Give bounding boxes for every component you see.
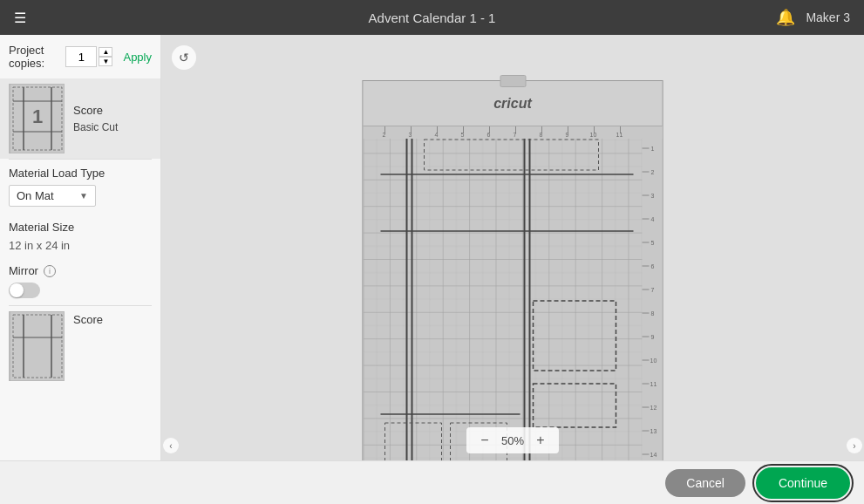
material-load-dropdown[interactable]: On Mat ▼ — [9, 185, 96, 207]
cricut-header: cricut — [364, 81, 663, 126]
svg-text:8: 8 — [651, 310, 655, 317]
svg-text:6: 6 — [651, 263, 655, 269]
copies-input[interactable] — [65, 46, 97, 67]
svg-rect-13 — [364, 126, 663, 460]
device-label: Maker 3 — [806, 10, 850, 24]
mat-list: 1 Score Basic Cut Material Load Type On … — [0, 75, 160, 460]
continue-button[interactable]: Continue — [756, 467, 850, 499]
mat-label-line2-1: Basic Cut — [73, 119, 118, 135]
project-copies-label: Project copies: — [9, 44, 58, 70]
mat-item-2[interactable]: Score — [0, 306, 160, 386]
svg-text:1: 1 — [32, 106, 43, 127]
mirror-label: Mirror — [9, 264, 38, 277]
svg-text:6: 6 — [487, 132, 491, 138]
svg-text:2: 2 — [651, 169, 655, 175]
svg-rect-7 — [10, 311, 64, 381]
left-panel: Project copies: ▲ ▼ Apply — [0, 35, 161, 460]
bell-icon[interactable]: 🔔 — [776, 8, 795, 27]
svg-text:13: 13 — [650, 428, 657, 434]
mat-label-line1-2: Score — [73, 311, 103, 329]
canvas-area: ↺ cricut — [161, 35, 864, 460]
project-copies-row: Project copies: ▲ ▼ Apply — [0, 35, 160, 75]
copies-down-arrow[interactable]: ▼ — [99, 57, 112, 66]
cancel-button[interactable]: Cancel — [665, 469, 745, 497]
mat-thumbnail-svg-1: 1 — [10, 84, 64, 153]
mat-item-1[interactable]: 1 Score Basic Cut — [0, 78, 160, 159]
material-load-section: Material Load Type On Mat ▼ — [0, 160, 160, 214]
svg-text:5: 5 — [651, 240, 655, 246]
app-header: ☰ Advent Calendar 1 - 1 🔔 Maker 3 — [0, 0, 864, 35]
svg-text:11: 11 — [650, 381, 657, 387]
svg-text:3: 3 — [651, 193, 655, 199]
scroll-left-button[interactable]: ‹ — [163, 438, 179, 453]
mat-thumbnail-1: 1 — [9, 84, 65, 153]
mirror-info-icon[interactable]: i — [44, 265, 56, 277]
footer: Cancel Continue — [0, 460, 864, 504]
apply-button[interactable]: Apply — [123, 51, 152, 64]
svg-text:10: 10 — [650, 358, 657, 364]
header-right: 🔔 Maker 3 — [776, 8, 850, 27]
material-size-section: Material Size 12 in x 24 in — [0, 214, 160, 259]
svg-text:9: 9 — [651, 334, 655, 340]
mat-info-2: Score — [73, 311, 103, 329]
mirror-toggle[interactable] — [9, 283, 40, 298]
mat-grip — [500, 75, 526, 87]
grid-svg: 1 2 3 4 5 6 7 8 9 — [364, 126, 663, 460]
svg-text:11: 11 — [616, 132, 623, 138]
svg-text:7: 7 — [651, 287, 655, 293]
material-size-value: 12 in x 24 in — [9, 239, 152, 252]
mat-thumbnail-2 — [9, 311, 65, 381]
copies-input-wrapper: ▲ ▼ — [65, 46, 112, 67]
svg-text:4: 4 — [435, 132, 439, 138]
svg-text:4: 4 — [651, 216, 655, 222]
mat-canvas: cricut — [363, 80, 663, 460]
dropdown-arrow-icon: ▼ — [79, 191, 88, 201]
copies-up-arrow[interactable]: ▲ — [99, 47, 112, 57]
svg-text:10: 10 — [590, 132, 597, 138]
material-size-label: Material Size — [9, 221, 152, 234]
copies-arrows: ▲ ▼ — [99, 47, 112, 66]
zoom-label: 50% — [501, 434, 524, 447]
svg-text:5: 5 — [461, 132, 465, 138]
header-title: Advent Calendar 1 - 1 — [369, 10, 496, 25]
mat-thumbnail-svg-2 — [10, 311, 64, 381]
zoom-in-button[interactable]: + — [531, 431, 550, 450]
scroll-right-button[interactable]: › — [847, 438, 862, 453]
svg-text:9: 9 — [566, 132, 569, 138]
cricut-logo: cricut — [493, 96, 532, 112]
material-load-label: Material Load Type — [9, 167, 152, 180]
zoom-out-button[interactable]: − — [475, 431, 494, 450]
mat-label-line1-1: Score — [73, 102, 118, 119]
menu-icon[interactable]: ☰ — [14, 10, 26, 26]
svg-text:12: 12 — [650, 405, 657, 411]
svg-text:3: 3 — [409, 132, 412, 138]
mat-info-1: Score Basic Cut — [73, 102, 118, 135]
svg-text:7: 7 — [514, 132, 517, 138]
rotate-icon[interactable]: ↺ — [172, 45, 196, 70]
zoom-controls: − 50% + — [466, 427, 559, 453]
svg-text:2: 2 — [383, 132, 386, 138]
main-layout: Project copies: ▲ ▼ Apply — [0, 35, 864, 460]
mirror-row: Mirror i — [0, 259, 160, 283]
svg-text:14: 14 — [650, 452, 657, 458]
toggle-knob — [10, 283, 24, 297]
svg-text:8: 8 — [540, 132, 543, 138]
svg-text:1: 1 — [651, 146, 655, 152]
grid-canvas: 1 2 3 4 5 6 7 8 9 — [364, 126, 663, 460]
material-load-value: On Mat — [17, 189, 54, 202]
